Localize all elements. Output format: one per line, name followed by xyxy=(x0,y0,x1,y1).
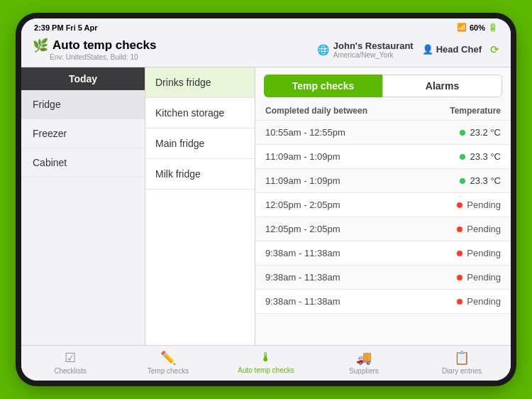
nav-label-checklists: Checklists xyxy=(54,367,87,375)
location-item-kitchen-storage[interactable]: Kitchen storage xyxy=(145,98,255,129)
nav-label-suppliers: Suppliers xyxy=(349,367,379,375)
user-info: 👤 Head Chef xyxy=(422,44,482,55)
nav-label-diary-entries: Diary entries xyxy=(442,367,482,375)
app-header: 🌿 Auto temp checks Env: UnitedStates, Bu… xyxy=(21,35,511,67)
right-panel: Temp checks Alarms Completed daily betwe… xyxy=(255,67,511,345)
record-status: 23.3 °C xyxy=(460,151,501,162)
globe-icon: 🌐 xyxy=(317,44,329,55)
record-time: 9:38am - 11:38am xyxy=(265,248,340,258)
record-time: 10:55am - 12:55pm xyxy=(265,127,345,138)
table-row: 11:09am - 1:09pm 23.3 °C xyxy=(255,145,511,169)
record-time: 9:38am - 11:38am xyxy=(265,296,340,307)
table-row: 11:09am - 1:09pm 23.3 °C xyxy=(255,169,511,193)
table-row: 12:05pm - 2:05pm Pending xyxy=(255,193,511,217)
category-item-fridge[interactable]: Fridge xyxy=(21,90,145,119)
status-dot-red xyxy=(457,226,462,232)
person-icon: 👤 xyxy=(422,44,433,55)
pending-value: Pending xyxy=(467,296,501,307)
table-row: 12:05pm - 2:05pm Pending xyxy=(255,217,511,241)
tab-bar: Temp checks Alarms xyxy=(255,67,511,102)
table-row: 9:38am - 11:38am Pending xyxy=(255,290,511,314)
status-dot-green xyxy=(460,130,465,136)
pending-value: Pending xyxy=(467,200,501,210)
status-dot-green xyxy=(460,154,465,160)
pending-value: Pending xyxy=(467,248,501,258)
middle-panel: Drinks fridge Kitchen storage Main fridg… xyxy=(145,67,255,345)
nav-item-auto-temp[interactable]: 🌡 Auto temp checks xyxy=(217,350,315,375)
battery-icon: 🔋 xyxy=(488,23,498,32)
temp-value: 23.3 °C xyxy=(470,175,501,186)
leaf-icon: 🌿 xyxy=(33,38,48,53)
battery-indicator: 60% xyxy=(470,23,485,32)
location-item-milk-fridge[interactable]: Milk fridge xyxy=(145,159,255,190)
pending-value: Pending xyxy=(467,272,501,283)
wifi-icon: 📶 xyxy=(457,23,467,32)
pending-value: Pending xyxy=(467,224,501,234)
today-header: Today xyxy=(21,67,145,90)
logout-button[interactable]: ⟳ xyxy=(490,43,499,56)
category-list: Fridge Freezer Cabinet xyxy=(21,90,145,345)
nav-item-temp-checks[interactable]: ✏️ Temp checks xyxy=(119,350,217,375)
diary-icon: 📋 xyxy=(454,350,470,366)
col-header-temp: Temperature xyxy=(450,106,501,116)
col-header-time: Completed daily between xyxy=(265,106,367,116)
status-dot-red xyxy=(457,299,462,305)
auto-temp-icon: 🌡 xyxy=(260,350,272,365)
bottom-nav: ☑ Checklists ✏️ Temp checks 🌡 Auto temp … xyxy=(21,345,511,381)
record-status: Pending xyxy=(457,248,501,258)
record-time: 9:38am - 11:38am xyxy=(265,272,340,283)
status-dot-red xyxy=(457,251,462,256)
table-header: Completed daily between Temperature xyxy=(255,102,511,121)
header-right: 🌐 John's Restaurant America/New_York 👤 H… xyxy=(317,40,499,59)
nav-item-suppliers[interactable]: 🚚 Suppliers xyxy=(315,350,413,375)
header-subtitle: Env: UnitedStates, Build: 10 xyxy=(50,53,156,61)
tab-temp-checks[interactable]: Temp checks xyxy=(264,75,382,97)
status-time: 2:39 PM Fri 5 Apr xyxy=(34,23,97,32)
record-status: 23.2 °C xyxy=(460,127,501,138)
tab-alarms[interactable]: Alarms xyxy=(382,75,502,97)
category-item-cabinet[interactable]: Cabinet xyxy=(21,148,145,177)
table-row: 9:38am - 11:38am Pending xyxy=(255,241,511,266)
header-left: 🌿 Auto temp checks Env: UnitedStates, Bu… xyxy=(33,38,156,61)
restaurant-info: 🌐 John's Restaurant America/New_York xyxy=(317,40,414,59)
table-row: 10:55am - 12:55pm 23.2 °C xyxy=(255,121,511,145)
nav-label-auto-temp: Auto temp checks xyxy=(238,366,294,374)
temp-checks-icon: ✏️ xyxy=(160,350,176,366)
temp-value: 23.3 °C xyxy=(470,151,501,162)
table-row: 9:38am - 11:38am Pending xyxy=(255,266,511,290)
status-dot-green xyxy=(460,178,465,184)
status-indicators: 📶 60% 🔋 xyxy=(457,23,498,32)
status-bar: 2:39 PM Fri 5 Apr 📶 60% 🔋 xyxy=(21,18,511,35)
record-time: 12:05pm - 2:05pm xyxy=(265,224,340,234)
record-status: Pending xyxy=(457,296,501,307)
record-status: Pending xyxy=(457,272,501,283)
record-status: 23.3 °C xyxy=(460,175,501,186)
nav-label-temp-checks: Temp checks xyxy=(148,367,189,375)
record-time: 11:09am - 1:09pm xyxy=(265,151,340,162)
checklists-icon: ☑ xyxy=(65,350,76,366)
app-title: 🌿 Auto temp checks xyxy=(33,38,156,53)
device-frame: 2:39 PM Fri 5 Apr 📶 60% 🔋 🌿 Auto temp ch… xyxy=(21,18,511,381)
record-time: 11:09am - 1:09pm xyxy=(265,175,340,186)
category-item-freezer[interactable]: Freezer xyxy=(21,119,145,148)
record-time: 12:05pm - 2:05pm xyxy=(265,200,340,210)
nav-item-checklists[interactable]: ☑ Checklists xyxy=(21,350,119,375)
main-content: Today Fridge Freezer Cabinet Drinks frid… xyxy=(21,67,511,345)
location-item-main-fridge[interactable]: Main fridge xyxy=(145,129,255,159)
status-dot-red xyxy=(457,202,462,208)
record-status: Pending xyxy=(457,224,501,234)
status-dot-red xyxy=(457,275,462,280)
temp-value: 23.2 °C xyxy=(470,127,501,138)
records-list: 10:55am - 12:55pm 23.2 °C 11:09am - 1:09… xyxy=(255,121,511,345)
location-item-drinks-fridge[interactable]: Drinks fridge xyxy=(145,67,255,98)
suppliers-icon: 🚚 xyxy=(356,350,372,366)
nav-item-diary-entries[interactable]: 📋 Diary entries xyxy=(413,350,511,375)
record-status: Pending xyxy=(457,200,501,210)
left-panel: Today Fridge Freezer Cabinet xyxy=(21,67,145,345)
